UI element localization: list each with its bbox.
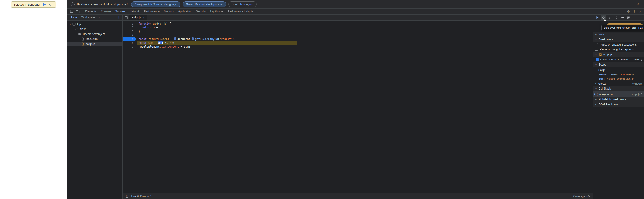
tab-label: Performance (144, 10, 160, 13)
colon: : (604, 77, 605, 80)
code-token: return (142, 26, 151, 29)
navigator-tree: ▾top▾file://▾Users/user/projectindex.htm… (68, 21, 122, 199)
tab-close-icon[interactable]: × (143, 16, 145, 19)
dont-show-again-button[interactable]: Don't show again (228, 1, 256, 7)
always-match-language-button[interactable]: Always match Chrome's language (131, 1, 180, 7)
step-into-button[interactable] (607, 15, 612, 20)
more-tabs-icon[interactable]: » (97, 16, 102, 19)
pause-on-caught-exceptions-row[interactable]: Pause on caught exceptions (593, 47, 644, 52)
frame-location: script.js:6 (631, 93, 642, 96)
inline-breakpoint-marker[interactable] (192, 37, 194, 40)
tab-performance-insights[interactable]: Performance insights (226, 8, 260, 14)
code-area[interactable]: 1function add(a, b) {2 return a + b;3}45… (123, 21, 593, 193)
switch-to-japanese-button[interactable]: Switch DevTools to Japanese (183, 1, 226, 7)
infobar-close-icon[interactable]: × (635, 1, 640, 7)
navigator-tab-page[interactable]: Page (68, 14, 79, 20)
breakpoint-file-group[interactable]: ▾ script.js (593, 52, 644, 57)
tab-label: Console (101, 10, 111, 13)
scope-script-group[interactable]: ▾ Script (593, 67, 644, 72)
debugger-toolbar (593, 14, 644, 21)
resume-script-button[interactable] (594, 15, 600, 20)
paused-banner-label: Paused in debugger (14, 3, 40, 6)
scope-global-group[interactable]: ▸ Global Window (593, 81, 644, 86)
tree-item-users-user-project[interactable]: ▾Users/user/project (68, 32, 122, 36)
editor-tab-scriptjs[interactable]: script.js × (130, 14, 147, 20)
device-toolbar-icon[interactable] (74, 8, 80, 14)
tab-console[interactable]: Console (99, 8, 113, 14)
main-tab-strip: ElementsConsoleSourcesNetworkPerformance… (83, 8, 260, 14)
call-stack-frame[interactable]: (anonymous) script.js:6 (593, 91, 644, 97)
code-token: = (169, 37, 174, 41)
code-token: const (138, 37, 146, 41)
line-number[interactable]: 1 (123, 22, 136, 26)
tree-item-label: file:// (80, 28, 86, 31)
inspect-icon[interactable] (69, 8, 74, 14)
tree-item-script-js[interactable]: script.js (68, 41, 122, 46)
line-number[interactable]: 7 (123, 45, 136, 49)
toggle-navigator-icon[interactable] (123, 14, 130, 20)
code-line-4: 4 (123, 33, 593, 37)
code-token: 3 (165, 41, 166, 44)
tree-item-top[interactable]: ▾top (68, 22, 122, 27)
step-over-tooltip: Step over next function call - F10 - ⌘ ' (601, 25, 644, 31)
breakpoint-entry[interactable]: ✓ const resultElement = doc⋯ 5 (593, 57, 644, 62)
kebab-menu-icon[interactable]: ⋮ (632, 8, 637, 14)
checkbox-checked[interactable]: ✓ (596, 58, 598, 61)
scope-var-resultelement[interactable]: ▸ resultElement: div#result (593, 72, 644, 77)
chevron-down-icon: ▾ (594, 38, 598, 41)
scope-var-sum[interactable]: sum: <value unavailable> (593, 77, 644, 81)
call-stack-section-header[interactable]: ▾ Call Stack (593, 86, 644, 91)
scope-section-header[interactable]: ▾ Scope (593, 62, 644, 67)
code-line-content: function add(a, b) { (136, 22, 171, 26)
disclosure-triangle-icon[interactable]: ▾ (69, 23, 72, 25)
line-number[interactable]: 3 (123, 30, 136, 33)
screenshot-root: Paused in debugger i DevTools is now ava… (0, 0, 644, 199)
navigator-toolbar: PageWorkspace » ⋮ (68, 14, 122, 21)
breakpoint-badge[interactable]: 5 (123, 37, 136, 41)
disclosure-triangle-icon[interactable]: ▾ (72, 28, 74, 30)
tab-performance[interactable]: Performance (142, 8, 162, 14)
code-token (138, 26, 142, 29)
breakpoint-line-number: 5 (641, 58, 642, 61)
step-out-button[interactable] (613, 15, 619, 20)
tab-label: Security (196, 10, 206, 13)
pause-on-uncaught-exceptions-row[interactable]: Pause on uncaught exceptions (593, 42, 644, 47)
code-token: } (138, 30, 140, 33)
tree-item-index-html[interactable]: index.html (68, 36, 122, 41)
coverage-label: Coverage: n/a (574, 195, 590, 198)
devtools-close-icon[interactable]: × (637, 8, 643, 14)
inline-breakpoint-marker[interactable] (174, 37, 176, 40)
section-title: Watch (598, 33, 606, 36)
tree-item-file[interactable]: ▾file:// (68, 27, 122, 32)
tab-security[interactable]: Security (194, 8, 208, 14)
info-icon: i (71, 2, 74, 6)
line-number[interactable]: 4 (123, 33, 136, 37)
pretty-print-icon[interactable]: {} (126, 195, 128, 198)
deactivate-breakpoints-button[interactable] (626, 15, 632, 20)
breakpoints-section-header[interactable]: ▾ Breakpoints (593, 37, 644, 42)
infobar: i DevTools is now available in Japanese!… (68, 0, 644, 8)
tab-sources[interactable]: Sources (113, 8, 128, 14)
code-token: , (161, 22, 164, 25)
tab-memory[interactable]: Memory (162, 8, 176, 14)
navigator-kebab-icon[interactable]: ⋮ (115, 16, 122, 19)
resume-icon[interactable] (42, 2, 46, 6)
code-line-content: const sum = add(3, 4); (136, 41, 296, 45)
tab-application[interactable]: Application (176, 8, 194, 14)
xhr-breakpoints-section-header[interactable]: ▸ XHR/fetch Breakpoints (593, 97, 644, 102)
checkbox-unchecked[interactable] (595, 43, 598, 46)
settings-gear-icon[interactable]: ⚙ (626, 8, 632, 14)
checkbox-unchecked[interactable] (595, 48, 598, 51)
tab-network[interactable]: Network (128, 8, 142, 14)
navigator-tab-workspace[interactable]: Workspace (79, 14, 97, 20)
step-button[interactable] (620, 15, 625, 20)
line-number[interactable]: 6 (123, 41, 136, 45)
dom-breakpoints-section-header[interactable]: ▸ DOM Breakpoints (593, 102, 644, 107)
tab-lighthouse[interactable]: Lighthouse (208, 8, 226, 14)
step-over-icon[interactable] (49, 2, 53, 6)
tab-elements[interactable]: Elements (83, 8, 99, 14)
watch-section-header[interactable]: ▸ Watch (593, 32, 644, 37)
disclosure-triangle-icon[interactable]: ▾ (74, 33, 78, 35)
line-number[interactable]: 2 (123, 26, 136, 30)
browser-page-area: Paused in debugger (0, 0, 68, 199)
